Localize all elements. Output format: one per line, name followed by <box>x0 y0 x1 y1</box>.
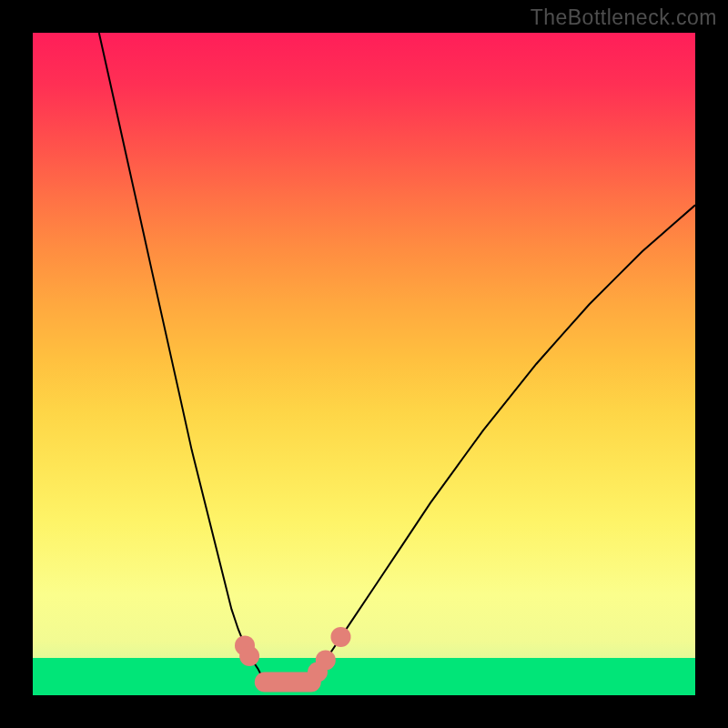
plot-area <box>33 33 695 695</box>
watermark-text: TheBottleneck.com <box>531 5 717 30</box>
marker-dot <box>316 650 336 670</box>
curve-right-branch <box>311 205 695 682</box>
marker-dot <box>331 627 351 647</box>
curve-left-branch <box>99 33 265 682</box>
curve-layer <box>33 33 695 695</box>
chart-frame: TheBottleneck.com <box>0 0 728 728</box>
marker-dot <box>239 646 259 666</box>
